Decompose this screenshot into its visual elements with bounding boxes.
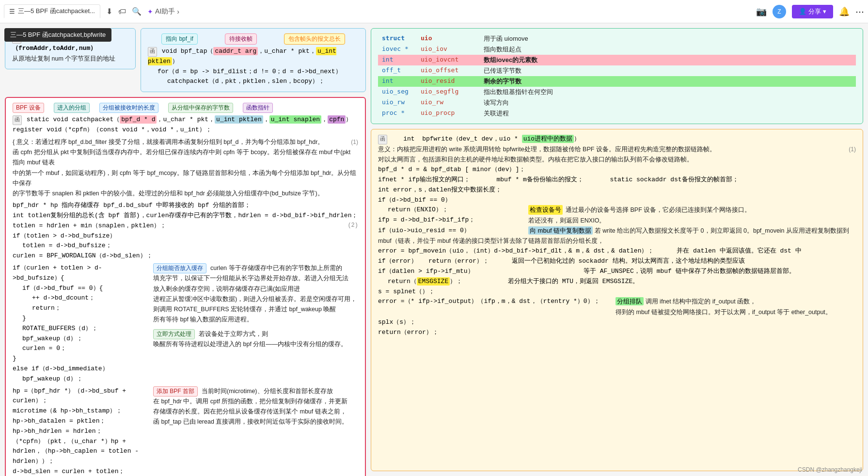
bh-hdrlen: hp->bh_hdrlen = hdrlen； bbox=[13, 427, 148, 437]
bpfwrite-meaning2: 对以太网而言，包括源和目的主机的硬件地址和数据帧类型。内核在把它放入接口的输出队… bbox=[378, 155, 856, 165]
meaning-text: { 意义：若通过程序 bpf_d.bd_filter 接受了分组，就接着调用本函… bbox=[13, 137, 358, 199]
table-row: uio_rw uio_rw 读写方向 bbox=[378, 97, 856, 108]
splx-line: splx（s）； bbox=[378, 317, 856, 328]
credits: CSDN @zhangzhangkeji bbox=[798, 466, 862, 473]
ai-chevron: › bbox=[177, 8, 179, 16]
bpf-dtab: bpf_d * d = & bpf_dtab [ minor（dev）]； bbox=[378, 165, 856, 175]
if-datlen: if（datlen > ifp->if_mtu） 等于 AF_UNSPEC，说明… bbox=[378, 267, 856, 277]
register-line: register void（*cpfn）（const void *，void *… bbox=[13, 125, 358, 135]
totlen-assign: totlen = d->bd_bufsize； bbox=[13, 241, 358, 251]
microtime: microtime（& hp->bh_tstamp）； bbox=[13, 406, 148, 416]
bd-slen: d->bd_slen = curlen + totlen； bbox=[13, 467, 148, 476]
num-bpf1: (1) bbox=[849, 144, 856, 154]
field-desc: 已传送字节数 bbox=[480, 65, 856, 76]
error-if-output: error =（* ifp->if_output）（ifp，m，& dst，（r… bbox=[378, 297, 611, 307]
bpf-tap-func-icon: 函 bbox=[148, 47, 157, 57]
table-row: proc * uio_procp 关联进程 bbox=[378, 108, 856, 119]
bpfwrite-meaning1: 意义：内核把应用进程的 write 系统调用转给 bpfwrite处理，数据随被… bbox=[378, 144, 856, 155]
emsgsize-highlight: EMSGSIZE bbox=[417, 277, 450, 286]
bpf-tap-code: 函 void bpf_tap（caddr_t arg，u_char * pkt，… bbox=[148, 47, 359, 67]
num2: (2) bbox=[347, 221, 358, 230]
field-type: iovec * bbox=[378, 44, 417, 55]
code-col2: hp =（bpf_hdr *）（d->bd_sbuf + curlen）； mi… bbox=[13, 386, 148, 476]
add-bpf-label: 添加 BPF 首部 bbox=[153, 386, 198, 397]
tab-dropdown[interactable]: 三—5 BPF 函catchpacket,bpfwrite bbox=[4, 28, 111, 42]
queue-block: error =（* ifp->if_output）（ifp，m，& dst，（r… bbox=[378, 297, 856, 317]
label-save-bytes: 从分组中保存的字节数 bbox=[168, 103, 233, 113]
top-right-actions: 📷 Z 👤 分享 ▾ 🔔 ⋯ bbox=[756, 5, 864, 18]
dcount: ++ d->bd_dcount； bbox=[13, 293, 148, 303]
download-icon[interactable]: ⬇ bbox=[106, 7, 112, 16]
table-row: int uio_iovcnt 数组iovec的元素数 bbox=[378, 55, 856, 65]
field-desc: 读写方向 bbox=[480, 97, 856, 108]
s-splnet: s = splnet（）； bbox=[378, 287, 856, 297]
more-icon[interactable]: ⋯ bbox=[855, 6, 864, 17]
return1: return； bbox=[13, 303, 148, 314]
ai-logo: ✦ bbox=[147, 8, 153, 16]
menu-icon: ☰ bbox=[9, 8, 15, 15]
add-bpf-header: 添加 BPF 首部 当前时间(microtime)、分组长度和首部长度存放 bbox=[153, 386, 358, 397]
queue-code: error =（* ifp->if_output）（ifp，m，& dst，（r… bbox=[378, 297, 611, 317]
section-header: BPF 设备 进入的分组 分组被接收时的长度 从分组中保存的字节数 函数指针 bbox=[13, 103, 358, 113]
top-bar: ☰ 三—5 BPF 函catchpacket... 三—5 BPF 函catch… bbox=[0, 0, 868, 23]
hp-eq: hp =（bpf_hdr *）（d->bd_sbuf + curlen）； bbox=[13, 386, 148, 407]
if-totlen: if（totlen > d->bd_bufsize） bbox=[13, 231, 358, 241]
if-uio-resid: if（uio->uio_resid == 0） bbox=[378, 226, 523, 236]
two-col-section2: hp =（bpf_hdr *）（d->bd_sbuf + curlen）； mi… bbox=[13, 386, 358, 476]
share-icon: 👤 bbox=[799, 8, 806, 15]
ifp-line: ifp = d->bd_bif->bif_ifp； bbox=[378, 215, 523, 225]
add-bpf-desc: 添加 BPF 首部 当前时间(microtime)、分组长度和首部长度存放 在 … bbox=[153, 386, 358, 476]
queue-label: 分组排队 bbox=[615, 297, 644, 305]
static-func-icon: 函 bbox=[13, 115, 22, 125]
field-type: uio_rw bbox=[378, 97, 417, 108]
return-enxio-desc: 若还没有，则返回 ENXIO。 bbox=[528, 216, 856, 226]
rotate-bufs: ROTATE_BUFFERS（d）； bbox=[13, 324, 148, 334]
table-row: uio_seg uio_segflg 指出数组基指针在何空间 bbox=[378, 87, 856, 97]
struct-header-row: struct uio 用于函 uiomove bbox=[378, 33, 856, 44]
share-button[interactable]: 👤 分享 ▾ bbox=[792, 5, 833, 18]
check-device-block: return（ENXIO）； ifp = d->bd_bif->bif_ifp；… bbox=[378, 205, 856, 226]
left-panel: 函 函 bcopy（fromAddr,toAddr,num） 从原地址复制 nu… bbox=[5, 28, 366, 471]
label-bpf-device: BPF 设备 bbox=[13, 103, 44, 113]
label-bpf-if: 指向 bpf_if bbox=[161, 33, 198, 45]
label-total-len: 包含帧头的报文总长 bbox=[284, 33, 345, 45]
search-icon[interactable]: 🔍 bbox=[132, 7, 142, 16]
table-row: iovec * uio_iov 指向数组起点 bbox=[378, 44, 856, 55]
share-label: 分享 bbox=[808, 7, 821, 16]
table-row: int uio_resid 剩余的字节数 bbox=[378, 76, 856, 87]
if-bd-bif: if（d->bd_bif == 0） bbox=[378, 195, 856, 206]
return-enxio: return（ENXIO）； bbox=[378, 205, 523, 215]
check-desc: 检查设备号 通过最小的设备号选择 BPF 设备，它必须已连接到某个网络接口。 若… bbox=[528, 205, 856, 226]
bpf-tap-labels: 指向 bpf_if 待接收帧 包含帧头的报文总长 bbox=[148, 33, 359, 45]
bpfwrite-card: 函 int bpfwrite（dev_t dev，uio * uio进程中的数据… bbox=[371, 129, 863, 471]
field-name: uio_segflg bbox=[417, 87, 480, 97]
ai-button[interactable]: ✦ AI助手 › bbox=[142, 5, 185, 18]
camera-icon[interactable]: 📷 bbox=[756, 6, 767, 17]
tag-icon[interactable]: 🏷 bbox=[118, 7, 126, 16]
close-brace1: } bbox=[13, 314, 148, 324]
field-name: uio_offset bbox=[417, 65, 480, 76]
immediate-header: 立即方式处理 若设备处于立即方式，则 bbox=[153, 329, 358, 339]
copy-mbuf-block: if（uio->uio_resid == 0） 向 mbuf 链中复制数据 若 … bbox=[378, 226, 856, 236]
check-header: 检查设备号 通过最小的设备号选择 BPF 设备，它必须已连接到某个网络接口。 bbox=[528, 205, 856, 215]
field-desc: 剩余的字节数 bbox=[480, 76, 856, 87]
field-desc: 关联进程 bbox=[480, 108, 856, 119]
cpfn-highlight: cpfn bbox=[328, 115, 346, 124]
table-row: off_t uio_offset 已传送字节数 bbox=[378, 65, 856, 76]
num1: (1) bbox=[351, 137, 358, 147]
bpf-wakeup1: bpf_wakeup（d）； bbox=[13, 334, 148, 344]
field-type: uio_seg bbox=[378, 87, 417, 97]
toolbar: ⬇ 🏷 🔍 bbox=[106, 7, 142, 16]
desc-col: 分组能否放入缓存 curlen 等于存储缓存中已有的字节数加上所需的 填充字节，… bbox=[153, 263, 358, 384]
close-brace2: } bbox=[13, 354, 148, 364]
queue-desc2: 得到的 mbuf 链被提交给网络接口。对于以太网，if_output 等于 et… bbox=[615, 307, 856, 317]
ifnet-line: ifnet * ifp输出报文的网口； mbuf * m备份份输出的报文； st… bbox=[378, 175, 856, 185]
queue-desc-block: 分组排队 调用 ifnet 结构中指定的 if_output 函数， 得到的 m… bbox=[615, 297, 856, 317]
struct-uio-card: struct uio 用于函 uiomove iovec * uio_iov 指… bbox=[371, 28, 863, 124]
bpf-main-box: BPF 设备 进入的分组 分组被接收时的长度 从分组中保存的字节数 函数指针 函… bbox=[5, 97, 366, 476]
active-tab[interactable]: ☰ 三—5 BPF 函catchpacket... 三—5 BPF 函catch… bbox=[4, 4, 100, 18]
buffer-header: 分组能否放入缓存 curlen 等于存储缓存中已有的字节数加上所需的 bbox=[153, 263, 358, 273]
check-label: 检查设备号 bbox=[528, 205, 563, 215]
bell-icon[interactable]: 🔔 bbox=[839, 6, 850, 17]
main-content: 函 函 bcopy（fromAddr,toAddr,num） 从原地址复制 nu… bbox=[0, 23, 868, 476]
